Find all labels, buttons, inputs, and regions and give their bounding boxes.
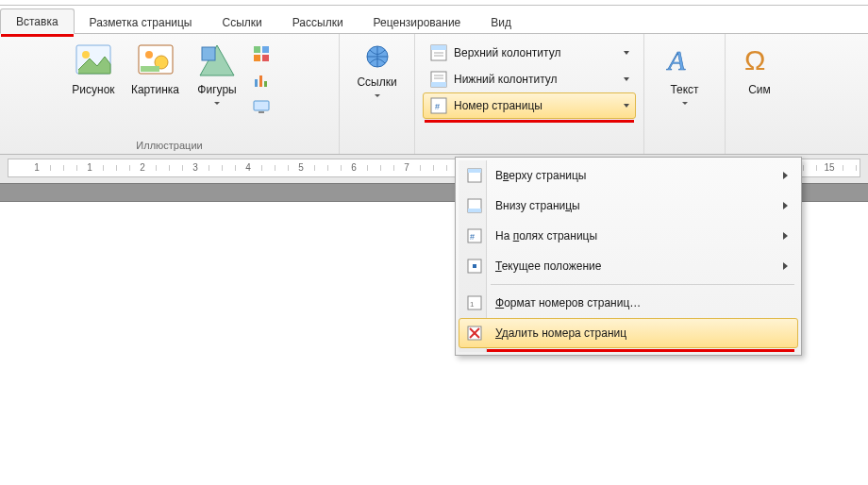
highlight-marker [462,349,794,352]
links-button[interactable]: Ссылки [349,38,406,97]
group-symbols: Ω Сим [726,34,793,154]
current-position-icon [466,258,483,275]
svg-rect-7 [254,46,260,53]
wordart-icon: A [664,42,706,79]
text-label: Текст [670,83,698,96]
submenu-arrow-icon [783,232,788,240]
chevron-down-icon [214,102,220,105]
svg-rect-36 [473,264,476,268]
page-margins-icon: # [466,227,483,244]
symbol-label: Сим [748,83,771,96]
page-number-label: Номер страницы [454,99,542,112]
chart-button[interactable] [249,68,274,92]
submenu-arrow-icon [783,202,788,209]
page-top-icon [466,167,483,184]
tab-view[interactable]: Вид [476,10,526,34]
menu-remove-page-numbers[interactable]: Удалить номера страниц [459,318,798,348]
ribbon-tabs: Вставка Разметка страницы Ссылки Рассылк… [0,6,868,34]
links-label: Ссылки [357,75,396,89]
svg-text:1: 1 [470,300,475,309]
svg-rect-18 [431,45,446,50]
group-illustrations: Рисунок Картинка Фигуры [0,34,340,154]
svg-text:A: A [666,44,686,75]
svg-rect-9 [254,55,260,61]
chevron-down-icon [375,94,380,97]
footer-label: Нижний колонтитул [454,73,558,86]
svg-rect-8 [262,46,269,53]
svg-rect-11 [255,79,258,87]
svg-rect-14 [254,101,269,110]
hyperlink-icon [362,42,392,72]
svg-rect-12 [259,75,262,87]
text-button[interactable]: A Текст [657,38,713,105]
page-number-icon: # [429,96,448,115]
menu-page-margins[interactable]: # На полях страницы [459,221,798,251]
chevron-down-icon [624,51,629,55]
group-text: A Текст [644,34,726,154]
svg-rect-30 [468,169,481,173]
group-illustrations-label: Иллюстрации [136,138,202,152]
footer-button[interactable]: Нижний колонтитул [423,66,636,92]
svg-rect-22 [431,82,446,87]
highlight-marker [425,120,634,123]
page-number-button[interactable]: # Номер страницы [423,92,636,119]
svg-rect-5 [141,66,159,72]
page-bottom-icon [466,197,483,214]
chevron-down-icon [624,104,629,108]
header-label: Верхний колонтитул [454,46,560,59]
chart-icon [253,72,270,89]
shapes-label: Фигуры [197,83,236,96]
menu-bottom-of-page[interactable]: Внизу страницы [459,191,798,221]
ribbon: Рисунок Картинка Фигуры [0,34,868,155]
page-number-menu: Вверху страницы Внизу страницы # На поля… [455,157,802,356]
tab-insert[interactable]: Вставка [0,8,75,34]
symbol-button[interactable]: Ω Сим [731,38,788,96]
svg-text:#: # [470,232,475,242]
svg-point-3 [145,51,153,59]
chevron-down-icon [624,77,629,81]
screenshot-icon [253,98,270,115]
menu-separator [491,284,794,285]
menu-current-position[interactable]: Текущее положение [459,251,798,281]
group-links: Ссылки [340,34,415,154]
svg-text:Ω: Ω [744,44,765,75]
picture-label: Рисунок [72,83,114,96]
svg-rect-15 [259,111,264,113]
menu-format-page-numbers[interactable]: 1 Формат номеров страниц… [459,288,798,318]
svg-point-1 [82,51,90,59]
header-icon [429,43,448,62]
menu-top-of-page[interactable]: Вверху страницы [459,160,798,191]
submenu-arrow-icon [783,172,788,179]
chevron-down-icon [682,102,688,105]
group-header-footer: Верхний колонтитул Нижний колонтитул # Н… [415,34,644,154]
tab-review[interactable]: Рецензирование [359,10,476,34]
picture-icon [73,42,114,79]
picture-button[interactable]: Рисунок [65,38,122,96]
clipart-icon [135,42,176,79]
tab-mailings[interactable]: Рассылки [277,10,359,34]
shapes-button[interactable]: Фигуры [189,38,245,105]
tab-page-layout[interactable]: Разметка страницы [75,10,208,34]
smartart-button[interactable] [249,42,274,66]
shapes-icon [196,42,238,79]
omega-icon: Ω [739,42,780,79]
svg-text:#: # [435,102,440,111]
svg-rect-13 [264,81,267,87]
clipart-button[interactable]: Картинка [125,38,185,96]
footer-icon [429,70,448,89]
screenshot-button[interactable] [249,94,274,119]
svg-rect-32 [468,209,481,212]
tab-references[interactable]: Ссылки [207,10,276,34]
illustrations-small-buttons [249,38,274,119]
smartart-icon [253,45,270,62]
svg-rect-10 [262,55,269,61]
svg-rect-6 [202,47,215,60]
format-numbers-icon: 1 [466,294,483,311]
submenu-arrow-icon [783,262,788,270]
header-button[interactable]: Верхний колонтитул [423,40,636,66]
clipart-label: Картинка [131,83,179,96]
remove-numbers-icon [466,325,483,342]
